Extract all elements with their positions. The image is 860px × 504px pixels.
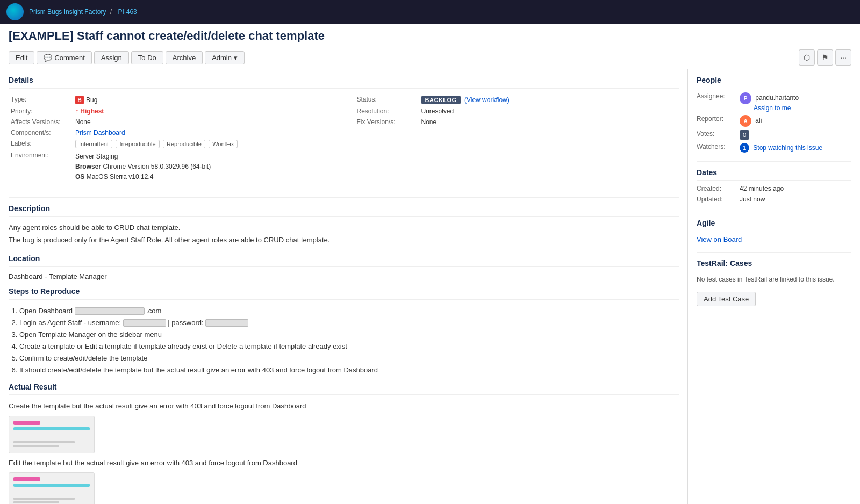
app-header: Prism Bugs Insight Factory / PI-463 [0, 0, 860, 24]
comment-icon: 💬 [44, 54, 52, 62]
more-button[interactable]: ··· [835, 49, 851, 66]
description-line2: The bug is produced only for the Agent S… [9, 235, 679, 246]
divider-dates [697, 212, 851, 212]
issue-title: [EXAMPLE] Staff cannot create/edit/delet… [0, 24, 860, 46]
reporter-row: Reporter: A ali [697, 115, 851, 127]
view-board-link[interactable]: View on Board [697, 235, 742, 243]
breadcrumb-project[interactable]: Prism Bugs Insight Factory [29, 8, 106, 16]
environment-row: Environment: Server Staging Browser Chro… [9, 150, 333, 184]
resolution-value: Unresolved [419, 106, 679, 117]
testrail-section: TestRail: Cases No test cases in TestRai… [697, 259, 851, 306]
resolution-row: Resolution: Unresolved [355, 106, 679, 117]
archive-button[interactable]: Archive [166, 51, 203, 64]
assignee-avatar: P [740, 92, 751, 104]
env-server: Server Staging [75, 152, 331, 162]
priority-value: ↑ Highest [73, 106, 333, 117]
testrail-no-cases: No test cases in TestRail are linked to … [697, 276, 851, 283]
env-os: OS MacOS Sierra v10.12.4 [75, 172, 331, 182]
step-6: It should create/edit/delete the templat… [19, 364, 679, 376]
edit-button[interactable]: Edit [9, 51, 34, 64]
location-title: Location [9, 254, 679, 267]
priority-label: Priority: [9, 106, 73, 117]
view-workflow-link[interactable]: (View workflow) [464, 96, 510, 104]
label-intermittent: Intermittent [75, 140, 112, 148]
details-table-left: Type: B Bug Priority: ↑ Highest [9, 94, 333, 184]
status-value: BACKLOG (View workflow) [419, 94, 679, 106]
watchers-row: Watchers: 1 Stop watching this issue [697, 143, 851, 153]
feedback-button[interactable]: ⚑ [817, 49, 833, 66]
fix-version-label: Fix Version/s: [355, 117, 419, 127]
environment-value: Server Staging Browser Chrome Version 58… [73, 150, 333, 184]
votes-row: Votes: 0 [697, 130, 851, 140]
details-col-left: Type: B Bug Priority: ↑ Highest [9, 94, 333, 191]
admin-button[interactable]: Admin ▾ [205, 51, 244, 64]
label-reproducible: Reproducible [163, 140, 205, 148]
toolbar: Edit 💬 Comment Assign To Do Archive Admi… [0, 46, 860, 69]
affects-label: Affects Version/s: [9, 117, 73, 127]
todo-button[interactable]: To Do [131, 51, 163, 64]
type-value: B Bug [73, 94, 333, 106]
details-section-title: Details [9, 76, 679, 89]
labels-label: Labels: [9, 138, 73, 150]
divider-agile [697, 252, 851, 253]
assign-button[interactable]: Assign [94, 51, 129, 64]
created-label: Created: [697, 185, 740, 192]
description-line1: Any agent roles should be able to CRUD c… [9, 222, 679, 233]
assignee-row: Assignee: P pandu.hartanto Assign to me [697, 92, 851, 112]
priority-row: Priority: ↑ Highest [9, 106, 333, 117]
testrail-title: TestRail: Cases [697, 259, 851, 271]
breadcrumb: Prism Bugs Insight Factory / PI-463 [29, 8, 137, 16]
step-1: Open Dashboard .com [19, 305, 679, 317]
reporter-label: Reporter: [697, 115, 740, 123]
assignee-value: P pandu.hartanto Assign to me [740, 92, 799, 112]
labels-value: Intermittent Irreproducible Reproducible… [73, 138, 333, 150]
dashboard-url-input [75, 307, 145, 315]
type-label: Type: [9, 94, 73, 106]
divider-people [697, 161, 851, 162]
steps-title: Steps to Reproduce [9, 287, 679, 300]
affects-row: Affects Version/s: None [9, 117, 333, 127]
affects-value: None [73, 117, 333, 127]
component-link[interactable]: Prism Dashboard [75, 129, 125, 136]
fix-version-row: Fix Version/s: None [355, 117, 679, 127]
environment-label: Environment: [9, 150, 73, 184]
share-button[interactable]: ⬡ [799, 49, 815, 66]
add-test-case-button[interactable]: Add Test Case [697, 292, 756, 306]
label-wontfix: WontFix [209, 140, 238, 148]
toolbar-right: ⬡ ⚑ ··· [799, 49, 851, 66]
env-browser: Browser Chrome Version 58.0.3029.96 (64-… [75, 162, 331, 172]
location-value: Dashboard - Template Manager [9, 272, 679, 280]
agile-section: Agile View on Board [697, 219, 851, 243]
description-title: Description [9, 204, 679, 217]
screenshot-2[interactable] [9, 472, 95, 504]
actual-result-title: Actual Result [9, 383, 679, 395]
agile-title: Agile [697, 219, 851, 231]
breadcrumb-issue[interactable]: PI-463 [118, 8, 137, 16]
dates-title: Dates [697, 168, 851, 181]
actual-result-text: Create the template but the actual resul… [9, 401, 679, 412]
steps-section: Steps to Reproduce Open Dashboard .com L… [9, 287, 679, 377]
watchers-badge: 1 [740, 143, 749, 153]
reporter-value: A ali [740, 115, 762, 127]
username-input [123, 319, 166, 327]
screenshot-1[interactable] [9, 416, 95, 453]
step-2: Login as Agent Staff - username: | passw… [19, 317, 679, 329]
status-badge: BACKLOG [421, 96, 461, 104]
components-label: Component/s: [9, 127, 73, 138]
description-section: Description Any agent roles should be ab… [9, 204, 679, 246]
updated-row: Updated: Just now [697, 196, 851, 203]
step-3: Open Template Manager on the sidebar men… [19, 329, 679, 341]
watchers-label: Watchers: [697, 143, 740, 150]
details-columns: Type: B Bug Priority: ↑ Highest [9, 94, 679, 191]
stop-watching-link[interactable]: Stop watching this issue [753, 144, 822, 152]
components-row: Component/s: Prism Dashboard [9, 127, 333, 138]
updated-label: Updated: [697, 196, 740, 203]
votes-badge: 0 [740, 130, 749, 140]
reporter-avatar: A [740, 115, 751, 127]
divider-details [9, 197, 679, 198]
components-value: Prism Dashboard [73, 127, 333, 138]
app-logo [6, 3, 24, 20]
people-title: People [697, 76, 851, 88]
comment-button[interactable]: 💬 Comment [37, 51, 91, 64]
assign-me-link[interactable]: Assign to me [754, 104, 791, 112]
